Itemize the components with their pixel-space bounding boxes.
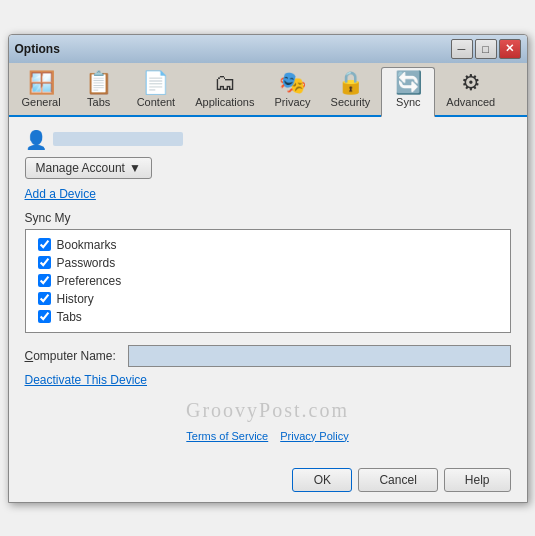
tab-privacy-label: Privacy — [275, 96, 311, 108]
title-bar: Options ─ □ ✕ — [9, 35, 527, 63]
dropdown-arrow-icon: ▼ — [129, 161, 141, 175]
sync-tabs-checkbox[interactable] — [38, 310, 51, 323]
sync-my-heading: Sync My — [25, 211, 511, 225]
sync-tabs-row: Tabs — [38, 310, 498, 324]
sync-bookmarks-label: Bookmarks — [57, 238, 117, 252]
tab-bar: 🪟 General 📋 Tabs 📄 Content 🗂 Application… — [9, 63, 527, 117]
account-username — [53, 132, 183, 146]
watermark: GroovyPost.com — [25, 399, 511, 422]
tab-content[interactable]: 📄 Content — [128, 67, 185, 115]
tab-general-label: General — [22, 96, 61, 108]
tab-applications[interactable]: 🗂 Applications — [186, 67, 263, 115]
tabs-icon: 📋 — [85, 72, 112, 94]
terms-of-service-link[interactable]: Terms of Service — [186, 430, 268, 442]
sync-bookmarks-row: Bookmarks — [38, 238, 498, 252]
computer-name-label: Computer Name: — [25, 349, 120, 363]
computer-underline: Computer Name: — [25, 349, 116, 363]
security-icon: 🔒 — [337, 72, 364, 94]
sync-passwords-label: Passwords — [57, 256, 116, 270]
footer-buttons: OK Cancel Help — [9, 462, 527, 502]
maximize-button[interactable]: □ — [475, 39, 497, 59]
ok-button[interactable]: OK — [292, 468, 352, 492]
general-icon: 🪟 — [28, 72, 55, 94]
tab-security-label: Security — [331, 96, 371, 108]
tab-general[interactable]: 🪟 General — [13, 67, 70, 115]
sync-options-box: Bookmarks Passwords Preferences History … — [25, 229, 511, 333]
sync-history-checkbox[interactable] — [38, 292, 51, 305]
close-button[interactable]: ✕ — [499, 39, 521, 59]
sync-preferences-checkbox[interactable] — [38, 274, 51, 287]
sync-history-label: History — [57, 292, 94, 306]
tab-tabs-label: Tabs — [87, 96, 110, 108]
content-icon: 📄 — [142, 72, 169, 94]
advanced-icon: ⚙ — [461, 72, 481, 94]
tab-content-label: Content — [137, 96, 176, 108]
computer-name-input[interactable] — [128, 345, 511, 367]
sync-history-row: History — [38, 292, 498, 306]
privacy-policy-link[interactable]: Privacy Policy — [280, 430, 348, 442]
tab-advanced-label: Advanced — [446, 96, 495, 108]
manage-account-label: Manage Account — [36, 161, 125, 175]
tab-privacy[interactable]: 🎭 Privacy — [266, 67, 320, 115]
cancel-button[interactable]: Cancel — [358, 468, 437, 492]
tab-sync-label: Sync — [396, 96, 420, 108]
account-row: 👤 — [25, 129, 511, 149]
sync-passwords-row: Passwords — [38, 256, 498, 270]
sync-passwords-checkbox[interactable] — [38, 256, 51, 269]
sync-bookmarks-checkbox[interactable] — [38, 238, 51, 251]
add-device-link[interactable]: Add a Device — [25, 187, 511, 201]
avatar-icon: 👤 — [25, 129, 45, 149]
tab-applications-label: Applications — [195, 96, 254, 108]
minimize-button[interactable]: ─ — [451, 39, 473, 59]
tab-tabs[interactable]: 📋 Tabs — [72, 67, 126, 115]
applications-icon: 🗂 — [214, 72, 236, 94]
main-content: 👤 Manage Account ▼ Add a Device Sync My … — [9, 117, 527, 462]
title-bar-controls: ─ □ ✕ — [451, 39, 521, 59]
computer-name-row: Computer Name: — [25, 345, 511, 367]
deactivate-link[interactable]: Deactivate This Device — [25, 373, 511, 387]
sync-icon: 🔄 — [395, 72, 422, 94]
sync-preferences-label: Preferences — [57, 274, 122, 288]
footer-links: Terms of Service Privacy Policy — [25, 430, 511, 442]
tab-security[interactable]: 🔒 Security — [322, 67, 380, 115]
sync-preferences-row: Preferences — [38, 274, 498, 288]
manage-account-button[interactable]: Manage Account ▼ — [25, 157, 152, 179]
tab-advanced[interactable]: ⚙ Advanced — [437, 67, 504, 115]
tab-sync[interactable]: 🔄 Sync — [381, 67, 435, 117]
sync-tabs-label: Tabs — [57, 310, 82, 324]
options-window: Options ─ □ ✕ 🪟 General 📋 Tabs 📄 Content… — [8, 34, 528, 503]
help-button[interactable]: Help — [444, 468, 511, 492]
privacy-icon: 🎭 — [279, 72, 306, 94]
window-title: Options — [15, 42, 60, 56]
